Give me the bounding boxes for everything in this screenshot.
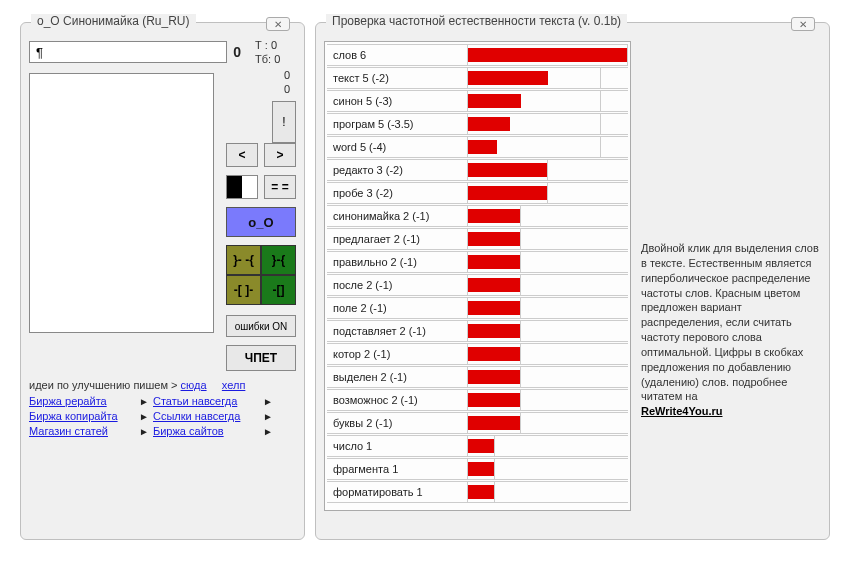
frequency-chart: слов 6текст 5 (-2)синон 5 (-3)програм 5 … [324,41,631,511]
bar-row[interactable]: подставляет 2 (-1) [327,320,628,342]
footer-link[interactable]: Биржа рерайта [29,395,139,407]
ideas-link[interactable]: сюда [181,379,207,391]
bar-label: програм 5 (-3.5) [327,118,467,130]
bar-row[interactable]: пробе 3 (-2) [327,182,628,204]
bar-row[interactable]: текст 5 (-2) [327,67,628,89]
main-textarea[interactable] [29,73,214,333]
equals-button[interactable]: = = [264,175,296,199]
footer-link[interactable]: Статьи навсегда [153,395,263,407]
close-icon[interactable]: ✕ [266,17,290,31]
ideas-text: идеи по улучшению пишем > [29,379,181,391]
bar-row[interactable]: выделен 2 (-1) [327,366,628,388]
bracket-d-button[interactable]: -[] [261,275,296,305]
frequency-panel: Проверка частотной естественности текста… [315,22,830,540]
bar-label: число 1 [327,440,467,452]
bar-row[interactable]: число 1 [327,435,628,457]
left-title: o_O Синонимайка (Ru_RU) [31,14,196,28]
bar-row[interactable]: буквы 2 (-1) [327,412,628,434]
bracket-b-button[interactable]: }-{ [261,245,296,275]
bar-label: редакто 3 (-2) [327,164,467,176]
bar-label: подставляет 2 (-1) [327,325,467,337]
bar-row[interactable]: предлагает 2 (-1) [327,228,628,250]
logo-button[interactable]: o_O [226,207,296,237]
bar-label: синонимайка 2 (-1) [327,210,467,222]
synonym-panel: o_O Синонимайка (Ru_RU) ✕ 0 Т : 0 Тб: 0 … [20,22,305,540]
bar-label: слов 6 [327,49,467,61]
bar-row[interactable]: слов 6 [327,44,628,66]
main-input[interactable] [29,41,227,63]
bar-label: буквы 2 (-1) [327,417,467,429]
color-swatch[interactable] [226,175,258,199]
close-icon[interactable]: ✕ [791,17,815,31]
bar-row[interactable]: редакто 3 (-2) [327,159,628,181]
arrow-icon: ► [263,411,277,422]
footer-link[interactable]: Биржа копирайта [29,410,139,422]
footer-link[interactable]: Биржа сайтов [153,425,263,437]
bar-row[interactable]: правильно 2 (-1) [327,251,628,273]
stat-n1: 0 [224,69,296,81]
rewrite-link[interactable]: ReWrite4You.ru [641,405,723,417]
arrow-icon: ► [139,411,153,422]
stat-n2: 0 [224,83,296,95]
bar-label: выделен 2 (-1) [327,371,467,383]
right-title: Проверка частотной естественности текста… [326,14,627,28]
bar-label: фрагмента 1 [327,463,467,475]
zero-indicator: 0 [233,44,241,60]
info-text: Двойной клик для выделения слов в тексте… [641,41,821,511]
chpet-button[interactable]: ЧПЕТ [226,345,296,371]
footer-link[interactable]: Ссылки навсегда [153,410,263,422]
arrow-icon: ► [263,396,277,407]
bar-label: пробе 3 (-2) [327,187,467,199]
bracket-a-button[interactable]: }- -{ [226,245,261,275]
bar-row[interactable]: после 2 (-1) [327,274,628,296]
bar-label: синон 5 (-3) [327,95,467,107]
stats-block: Т : 0 Тб: 0 [251,37,296,67]
bar-row[interactable]: фрагмента 1 [327,458,628,480]
stat-tb: Тб: 0 [255,53,296,65]
bar-label: форматировать 1 [327,486,467,498]
help-link[interactable]: хелп [222,379,246,391]
bar-row[interactable]: програм 5 (-3.5) [327,113,628,135]
bar-row[interactable]: поле 2 (-1) [327,297,628,319]
bar-label: котор 2 (-1) [327,348,467,360]
exclaim-button[interactable]: ! [272,101,296,143]
stat-t: Т : 0 [255,39,296,51]
bar-label: текст 5 (-2) [327,72,467,84]
prev-button[interactable]: < [226,143,258,167]
bar-label: поле 2 (-1) [327,302,467,314]
bracket-c-button[interactable]: -[ ]- [226,275,261,305]
arrow-icon: ► [139,396,153,407]
bar-label: правильно 2 (-1) [327,256,467,268]
bar-label: word 5 (-4) [327,141,467,153]
bar-row[interactable]: синон 5 (-3) [327,90,628,112]
bar-label: после 2 (-1) [327,279,467,291]
bar-row[interactable]: возможнос 2 (-1) [327,389,628,411]
bar-row[interactable]: котор 2 (-1) [327,343,628,365]
bar-row[interactable]: word 5 (-4) [327,136,628,158]
bar-label: возможнос 2 (-1) [327,394,467,406]
bar-row[interactable]: синонимайка 2 (-1) [327,205,628,227]
footer-link[interactable]: Магазин статей [29,425,139,437]
next-button[interactable]: > [264,143,296,167]
bar-row[interactable]: форматировать 1 [327,481,628,503]
arrow-icon: ► [139,426,153,437]
arrow-icon: ► [263,426,277,437]
errors-button[interactable]: ошибки ON [226,315,296,337]
bar-label: предлагает 2 (-1) [327,233,467,245]
